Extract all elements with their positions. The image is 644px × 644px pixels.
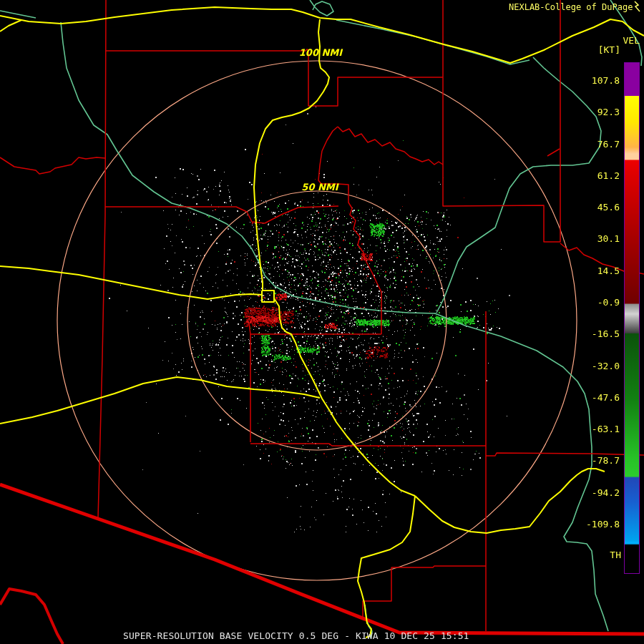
velocity-colorbar: [624, 62, 640, 574]
county-borders: [0, 157, 105, 174]
highways-teal: [336, 20, 530, 64]
colorbar-tick-45.6: 45.6: [597, 202, 620, 213]
highways-teal: [61, 22, 608, 631]
colorbar-tick-14.5: 14.5: [597, 265, 620, 277]
range-ring-label-50nmi: 50 NMI: [290, 182, 350, 192]
colorbar-tick-30.1: 30.1: [597, 233, 620, 245]
county-borders: [105, 206, 338, 223]
colorbar-tick--63.1: -63.1: [592, 424, 620, 435]
county-borders: [98, 0, 106, 518]
highways-yellow: [274, 298, 415, 496]
highways-teal: [310, 0, 333, 16]
range-ring-0: [57, 61, 577, 580]
highways-yellow: [254, 19, 329, 291]
county-borders: [338, 127, 443, 165]
range-ring-1: [187, 191, 447, 450]
county-borders: [250, 444, 486, 446]
highways-yellow: [262, 291, 274, 302]
radar-display: 100 NMI 50 NMI NEXLAB-College of DuPage …: [0, 0, 644, 644]
highways-yellow: [358, 496, 415, 638]
colorbar-tick--0.9: -0.9: [597, 297, 620, 308]
county-borders: [547, 149, 560, 156]
colorbar-unit-kt-label: [KT]: [598, 44, 620, 55]
range-ring-label-100nmi: 100 NMI: [291, 47, 351, 58]
colorbar-tick--109.8: -109.8: [586, 519, 620, 530]
highways-yellow: [0, 266, 263, 299]
product-title: SUPER-RESOLUTION BASE VELOCITY 0.5 DEG -…: [123, 630, 469, 641]
lightning-icon: [630, 1, 643, 14]
county-borders: [249, 323, 381, 334]
international-border-thick: [0, 484, 644, 634]
colorbar-tick-76.7: 76.7: [597, 139, 620, 150]
highways-yellow: [0, 377, 320, 424]
border-wavy: [0, 589, 63, 644]
colorbar-tick--32.0: -32.0: [592, 361, 620, 372]
county-borders: [105, 49, 443, 106]
page-title: NEXLAB-College of DuPage: [509, 2, 633, 12]
colorbar-tick-61.2: 61.2: [597, 170, 620, 182]
colorbar-tick--47.6: -47.6: [592, 392, 620, 404]
colorbar-threshold-label: TH: [610, 550, 621, 560]
colorbar-tick--78.7: -78.7: [592, 455, 620, 467]
basemap-svg: [0, 0, 644, 644]
highways-yellow: [415, 469, 605, 533]
highways-teal: [436, 57, 601, 313]
county-borders: [443, 0, 560, 242]
county-borders: [486, 453, 644, 456]
highways-yellow: [0, 20, 21, 31]
county-borders: [363, 567, 391, 617]
colorbar-tick-92.3: 92.3: [597, 107, 620, 118]
colorbar-unit-label: VEL: [623, 35, 640, 46]
colorbar-tick--94.2: -94.2: [592, 487, 620, 499]
county-borders: [391, 566, 486, 567]
colorbar-tick--16.5: -16.5: [592, 328, 620, 340]
colorbar-tick-107.8: 107.8: [592, 75, 620, 87]
